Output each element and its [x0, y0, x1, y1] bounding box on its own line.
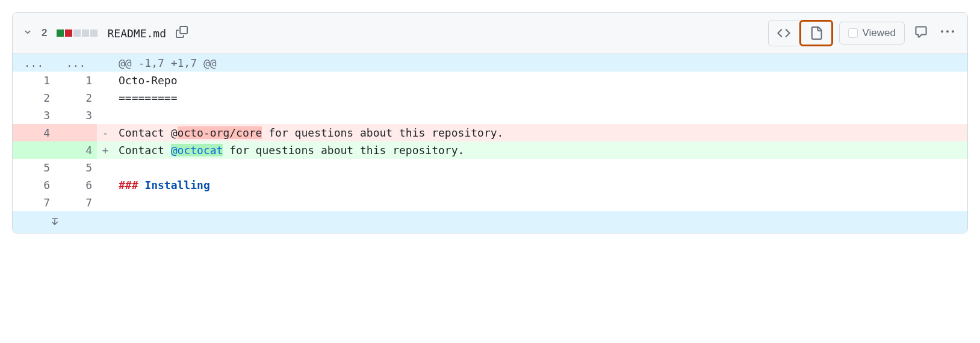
new-line-number[interactable]: 1 — [55, 72, 97, 89]
more-actions-icon[interactable] — [937, 22, 958, 45]
new-line-number[interactable]: 4 — [55, 141, 97, 159]
hunk-marker — [97, 54, 114, 72]
diffstat-neutral — [73, 29, 81, 37]
old-line-number[interactable]: 1 — [13, 72, 55, 89]
code-content[interactable] — [114, 107, 967, 124]
diffstat-deleted — [65, 29, 72, 37]
diff-line-context[interactable]: 11Octo-Repo — [13, 72, 967, 89]
old-line-number[interactable]: 6 — [13, 176, 55, 194]
expand-down-row — [13, 211, 967, 233]
diff-marker: - — [97, 124, 114, 141]
diff-line-context[interactable]: 55 — [13, 159, 967, 176]
file-header: 2 README.md — [13, 13, 967, 54]
old-line-number[interactable]: 5 — [13, 159, 55, 176]
rich-diff-button[interactable] — [799, 20, 833, 46]
new-line-number[interactable]: 6 — [55, 176, 97, 194]
old-line-number[interactable]: 3 — [13, 107, 55, 124]
expand-code — [114, 211, 967, 233]
code-content[interactable]: Octo-Repo — [114, 72, 967, 89]
viewed-toggle[interactable]: Viewed — [839, 22, 905, 45]
new-line-number[interactable]: 5 — [55, 159, 97, 176]
diff-marker — [97, 194, 114, 211]
diff-marker: + — [97, 141, 114, 159]
diff-line-add[interactable]: 4+Contact @octocat for questions about t… — [13, 141, 967, 159]
file-icon — [810, 26, 823, 40]
code-content[interactable]: Contact @octocat for questions about thi… — [114, 141, 967, 159]
old-line-number[interactable]: 4 — [13, 124, 55, 141]
code-content[interactable] — [114, 159, 967, 176]
hunk-header-row: ......@@ -1,7 +1,7 @@ — [13, 54, 967, 72]
viewed-label: Viewed — [863, 27, 896, 39]
diffstat-neutral — [82, 29, 89, 37]
diff-line-del[interactable]: 4-Contact @octo-org/core for questions a… — [13, 124, 967, 141]
viewed-checkbox — [848, 28, 858, 38]
old-line-number[interactable] — [13, 141, 55, 159]
new-line-number[interactable]: 7 — [55, 194, 97, 211]
view-toggle-group — [768, 20, 833, 46]
new-line-number[interactable]: 2 — [55, 89, 97, 107]
diff-table: ......@@ -1,7 +1,7 @@11Octo-Repo22======… — [13, 54, 967, 233]
diff-marker — [97, 72, 114, 89]
file-header-left: 2 README.md — [22, 26, 188, 40]
old-line-number[interactable]: 7 — [13, 194, 55, 211]
collapse-chevron-icon[interactable] — [22, 26, 33, 40]
diff-file-container: 2 README.md — [12, 12, 968, 233]
source-diff-button[interactable] — [768, 20, 799, 46]
diff-line-heading[interactable]: 66### Installing — [13, 176, 967, 194]
copy-path-icon[interactable] — [176, 26, 188, 40]
old-line-number[interactable]: 2 — [13, 89, 55, 107]
changes-count[interactable]: 2 — [42, 27, 47, 39]
diff-marker — [97, 89, 114, 107]
diff-line-context[interactable]: 33 — [13, 107, 967, 124]
diff-stat-bar — [57, 29, 98, 37]
diff-marker — [97, 176, 114, 194]
code-content[interactable] — [114, 194, 967, 211]
diff-line-context[interactable]: 22========= — [13, 89, 967, 107]
expand-cell[interactable]: ... — [55, 54, 97, 72]
new-line-number[interactable]: 3 — [55, 107, 97, 124]
diff-marker — [97, 107, 114, 124]
code-icon — [777, 26, 790, 40]
diff-marker — [97, 159, 114, 176]
diffstat-added — [57, 29, 64, 37]
comment-icon[interactable] — [911, 22, 931, 45]
hunk-header-text: @@ -1,7 +1,7 @@ — [114, 54, 967, 72]
file-name[interactable]: README.md — [107, 27, 166, 40]
expand-marker — [97, 211, 114, 233]
code-content[interactable]: ### Installing — [114, 176, 967, 194]
expand-cell[interactable]: ... — [13, 54, 55, 72]
code-content[interactable]: Contact @octo-org/core for questions abo… — [114, 124, 967, 141]
file-header-right: Viewed — [768, 20, 958, 46]
diffstat-neutral — [90, 29, 98, 37]
code-content[interactable]: ========= — [114, 89, 967, 107]
diff-line-context[interactable]: 77 — [13, 194, 967, 211]
expand-down-icon[interactable] — [13, 211, 97, 233]
new-line-number[interactable] — [55, 124, 97, 141]
